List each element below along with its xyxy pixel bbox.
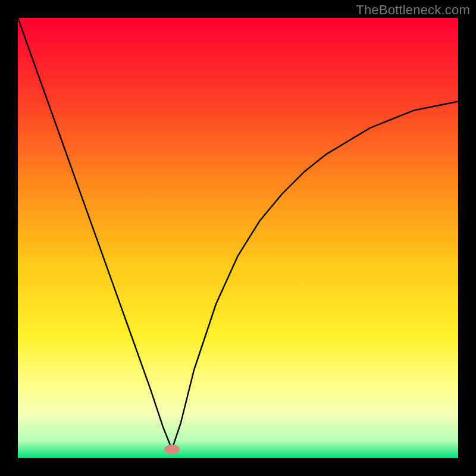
gradient-background [18, 18, 458, 458]
chart-container: TheBottleneck.com [0, 0, 476, 476]
watermark-text: TheBottleneck.com [356, 2, 470, 18]
optimal-point-marker [164, 444, 180, 454]
chart-plot [18, 18, 458, 458]
